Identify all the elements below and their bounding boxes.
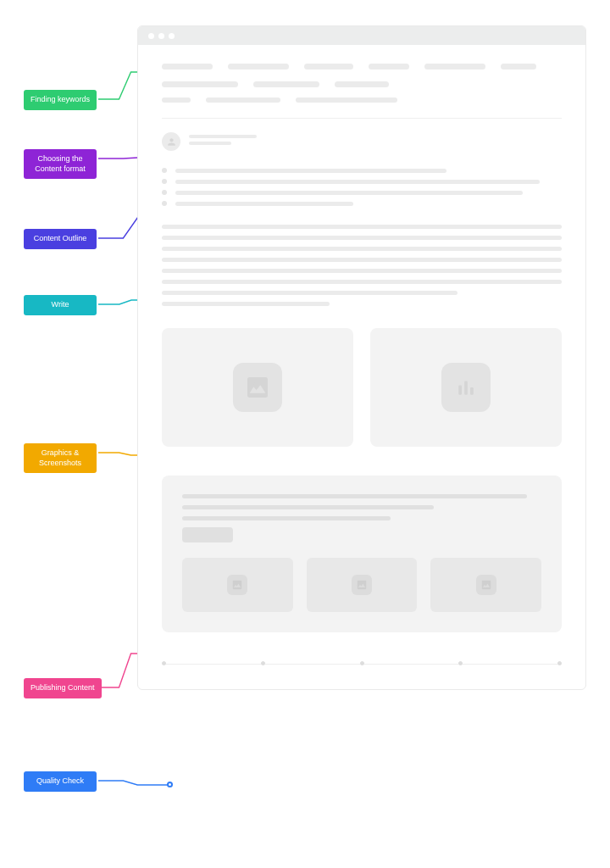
image-icon [476,575,496,595]
milestone-dot [162,661,166,665]
image-icon [352,575,372,595]
svg-point-0 [252,381,255,385]
thumbnail [307,558,418,612]
milestone-dot [360,661,364,665]
content-outline-bullets [162,168,562,206]
milestone-dot [557,661,562,665]
traffic-light-dot [169,33,175,39]
bar-chart-icon [441,363,491,412]
connector-endpoint-dot [167,782,173,787]
process-step-label: Finding keywords [24,90,97,110]
milestone-dot [458,661,463,665]
browser-wireframe [137,25,586,690]
process-step-label: Content Outline [24,229,97,249]
nav-keywords-row [162,64,562,70]
cta-button-placeholder [182,527,233,542]
svg-rect-2 [464,381,468,395]
publishing-block [162,476,562,632]
window-titlebar [138,26,585,45]
body-paragraph [162,225,562,306]
milestone-dot [261,661,265,665]
nav-keywords-row-2 [162,81,562,87]
process-step-label: Write [24,295,97,315]
traffic-light-dot [158,33,164,39]
thumbnail [430,558,541,612]
graphic-card-chart [370,328,562,447]
quality-check-timeline [162,661,562,665]
process-step-label: Quality Check [24,771,97,792]
image-icon [227,575,247,595]
image-icon [233,363,282,412]
svg-point-5 [359,582,361,584]
svg-rect-1 [458,386,462,395]
graphics-row [162,328,562,447]
traffic-light-dot [148,33,154,39]
process-step-label: Graphics & Screenshots [24,443,97,473]
breadcrumb-row [162,97,562,103]
graphic-card-image [162,328,353,447]
author-block [162,132,562,151]
avatar-icon [162,132,180,151]
svg-rect-3 [470,387,474,395]
process-step-label: Publishing Content [24,678,102,698]
thumbnail [182,558,293,612]
process-step-label: Choosing the Content format [24,149,97,179]
svg-point-4 [235,582,236,584]
svg-point-6 [483,582,485,584]
connector-line [98,780,173,787]
